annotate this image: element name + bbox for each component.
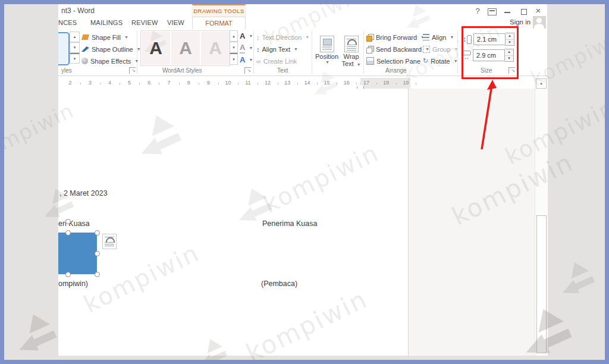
ruler-number: 8 xyxy=(184,80,193,86)
ruler-tick xyxy=(100,83,101,84)
rotate-handle[interactable] xyxy=(65,219,71,224)
send-backward-button[interactable]: Send Backward▼ xyxy=(366,44,429,54)
close-icon[interactable]: × xyxy=(532,5,544,15)
gallery-up-icon[interactable]: ▴ xyxy=(230,30,238,42)
tab-view[interactable]: VIEW xyxy=(167,19,184,26)
ruler-number: 14 xyxy=(303,80,311,86)
sign-in-link[interactable]: Sign in xyxy=(510,18,530,26)
ruler-number: 6 xyxy=(145,80,153,86)
annotation-highlight-box xyxy=(462,26,519,79)
tab-format-active[interactable]: FORMAT xyxy=(192,17,246,29)
scroll-up-icon[interactable]: ▲ xyxy=(536,79,547,89)
gallery-down-icon[interactable]: ▾ xyxy=(230,42,238,53)
text-direction-button[interactable]: ↕ Text Direction▼ xyxy=(256,32,309,42)
create-link-button[interactable]: ∞ Create Link xyxy=(256,56,297,66)
ruler-tick xyxy=(159,83,159,84)
ruler-number: 17 xyxy=(362,80,371,86)
selected-shape[interactable] xyxy=(58,233,97,274)
minimize-icon[interactable] xyxy=(504,12,510,13)
ruler-number: 9 xyxy=(204,80,212,86)
text-fill-icon: A xyxy=(240,31,245,41)
gallery-down-icon[interactable]: ▾ xyxy=(70,42,80,53)
ruler-tick xyxy=(238,83,238,84)
wordart-style-2[interactable]: A xyxy=(171,32,200,65)
tab-references[interactable]: NCES xyxy=(58,19,77,26)
selection-handle[interactable] xyxy=(95,230,100,236)
selection-pane-button[interactable]: Selection Pane xyxy=(366,56,420,66)
selection-handle[interactable] xyxy=(95,272,100,277)
ruler-tick xyxy=(278,83,278,84)
annotation-arrow xyxy=(473,79,502,153)
shape-fill-icon xyxy=(81,34,89,40)
group-button[interactable]: Group▼ xyxy=(423,44,459,54)
grantor-name: ompiwin) xyxy=(58,280,88,288)
shape-fill-button[interactable]: Shape Fill▼ xyxy=(81,32,128,42)
wrap-text-icon xyxy=(344,36,359,52)
tab-review[interactable]: REVIEW xyxy=(131,19,158,26)
restore-icon[interactable] xyxy=(521,9,527,15)
ruler-tick xyxy=(199,83,199,84)
ruler-tick xyxy=(179,83,180,84)
avatar[interactable] xyxy=(533,16,546,29)
ribbon-display-options-icon[interactable] xyxy=(488,8,497,15)
selection-handle[interactable] xyxy=(95,251,100,256)
ruler-tick xyxy=(337,83,337,84)
dialog-launcher-icon[interactable]: ↘ xyxy=(129,67,136,74)
align-text-icon: ↕ xyxy=(256,46,260,53)
ruler-tick xyxy=(376,83,377,84)
wordart-gallery[interactable]: A A A xyxy=(140,30,231,66)
send-backward-icon xyxy=(366,46,373,53)
selection-handle[interactable] xyxy=(65,272,71,277)
text-effects-button[interactable]: A▼ xyxy=(240,55,253,65)
ruler-number: 7 xyxy=(165,80,173,86)
rotate-button[interactable]: ↻ Rotate▼ xyxy=(423,56,458,66)
wordart-styles-group-label: WordArt Styles xyxy=(162,67,202,74)
align-text-button[interactable]: ↕ Align Text▼ xyxy=(256,44,298,54)
scrollbar-thumb[interactable] xyxy=(536,215,547,353)
create-link-icon: ∞ xyxy=(256,58,261,65)
text-effects-icon: A xyxy=(240,55,245,65)
group-divider xyxy=(363,30,364,74)
text-fill-button[interactable]: A▼ xyxy=(240,31,253,41)
dialog-launcher-icon[interactable]: ↘ xyxy=(244,67,251,74)
grantee-label: Penerima Kuasa xyxy=(262,219,317,228)
ruler-number: 3 xyxy=(86,80,94,86)
position-button[interactable]: Position ▼ xyxy=(315,34,339,79)
gallery-more-icon[interactable]: ▾ xyxy=(70,53,80,64)
ruler-tick xyxy=(120,83,120,84)
help-icon[interactable]: ? xyxy=(472,7,484,15)
layout-options-button[interactable] xyxy=(102,234,117,249)
shape-outline-button[interactable]: Shape Outline▼ xyxy=(81,44,141,54)
drawing-tools-contextual-tab[interactable]: DRAWING TOOLS xyxy=(192,4,246,18)
ruler-tick xyxy=(218,83,219,84)
align-button[interactable]: Align▼ xyxy=(423,32,454,42)
gallery-up-icon[interactable]: ▴ xyxy=(70,32,80,42)
tab-mailings[interactable]: MAILINGS xyxy=(90,19,123,26)
ruler-tick xyxy=(416,83,416,84)
text-outline-button[interactable]: A▼ xyxy=(240,43,253,53)
align-icon xyxy=(423,34,429,40)
ruler-number: 11 xyxy=(244,80,252,86)
group-icon xyxy=(423,46,430,53)
bring-forward-button[interactable]: Bring Forward▼ xyxy=(366,32,425,42)
wrap-text-button[interactable]: Wrap Text ▼ xyxy=(339,34,363,79)
ruler-number: 13 xyxy=(283,80,291,86)
group-divider xyxy=(312,30,312,74)
wordart-style-1[interactable]: A xyxy=(142,32,170,65)
frame-border xyxy=(0,360,609,364)
frame-border xyxy=(605,0,609,364)
wordart-style-3[interactable]: A xyxy=(201,32,230,65)
shape-outline-icon xyxy=(81,46,89,52)
document-page[interactable] xyxy=(58,89,409,356)
shape-style-preview[interactable] xyxy=(58,32,70,65)
selection-pane-icon xyxy=(366,57,374,65)
ruler-tick xyxy=(258,83,258,84)
selection-handle[interactable] xyxy=(65,230,71,236)
shape-effects-button[interactable]: Shape Effects▼ xyxy=(81,56,139,66)
rotate-icon: ↻ xyxy=(423,58,428,64)
window-title: nt3 - Word xyxy=(61,7,95,15)
chevron-down-icon: ▼ xyxy=(316,60,339,64)
ruler-tick xyxy=(297,83,298,84)
gallery-more-icon[interactable]: ▾ xyxy=(230,53,238,65)
text-direction-icon: ↕ xyxy=(256,34,260,41)
